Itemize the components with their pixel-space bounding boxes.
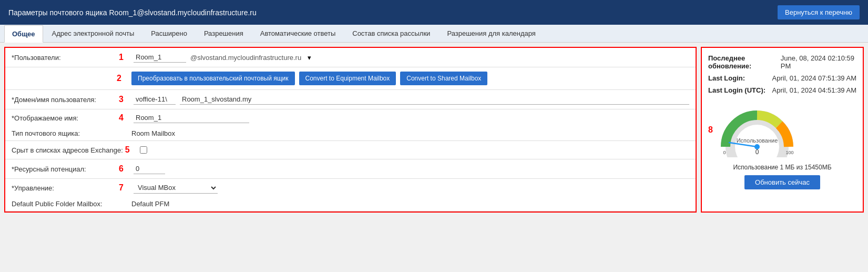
domain-username-input[interactable] bbox=[180, 94, 689, 105]
domain-label: *Домен/имя пользователя: bbox=[12, 96, 117, 104]
username-input[interactable] bbox=[134, 52, 186, 63]
section-4-mailbox-type: Тип почтового ящика: Room Mailbox bbox=[5, 126, 696, 140]
section-4-group: *Отображаемое имя: 4 Тип почтового ящика… bbox=[5, 109, 696, 141]
mailbox-type-label: Тип почтового ящика: bbox=[12, 129, 117, 137]
section-7-management: *Управление: 7 Visual MBox bbox=[5, 179, 696, 197]
hide-checkbox[interactable] bbox=[140, 146, 147, 154]
tab-email-address[interactable]: Адрес электронной почты bbox=[44, 25, 142, 42]
convert-shared-mailbox-button[interactable]: Convert to Shared Mailbox bbox=[400, 72, 487, 85]
users-label: *Пользователи: bbox=[12, 54, 117, 62]
pfm-label: Default Public Folder Mailbox: bbox=[12, 200, 117, 208]
section-7-group: *Управление: 7 Visual MBox Default Publi… bbox=[5, 179, 696, 211]
capacity-label: *Ресурсный потенциал: bbox=[12, 165, 117, 173]
main-content: *Пользователи: 1 @slvostand.mycloudinfra… bbox=[0, 43, 868, 217]
mailbox-type-value: Room Mailbox bbox=[131, 129, 175, 137]
page-title: Параметры почтового ящика Room_1@slvosta… bbox=[8, 8, 257, 17]
section-2-number: 2 bbox=[117, 74, 127, 83]
usage-text: Использование 1 МБ из 15450МБ bbox=[708, 164, 856, 171]
display-name-content bbox=[134, 113, 689, 123]
section-4-display-name: *Отображаемое имя: 4 bbox=[5, 109, 696, 126]
convert-equipment-mailbox-button[interactable]: Convert to Equipment Mailbox bbox=[299, 72, 396, 85]
hide-label: Срыт в списках адресов Exchange: bbox=[12, 146, 123, 154]
section-1-users: *Пользователи: 1 @slvostand.mycloudinfra… bbox=[5, 48, 696, 67]
top-bar: Параметры почтового ящика Room_1@slvosta… bbox=[0, 0, 868, 25]
last-update-row: Последнее обновление: June, 08, 2024 02:… bbox=[708, 54, 856, 70]
display-name-label: *Отображаемое имя: bbox=[12, 114, 117, 122]
svg-text:0: 0 bbox=[723, 150, 726, 155]
last-update-label: Последнее обновление: bbox=[708, 54, 781, 70]
at-domain-text: @slvostand.mycloudinfrastructure.ru bbox=[190, 54, 301, 62]
tab-auto-replies[interactable]: Автоматические ответы bbox=[252, 25, 343, 42]
last-login-utc-label: Last Login (UTC): bbox=[708, 86, 765, 94]
management-label: *Управление: bbox=[12, 184, 117, 192]
last-login-value: April, 01, 2024 07:51:39 AM bbox=[772, 74, 856, 82]
section-7-number: 7 bbox=[119, 183, 129, 193]
section-1-number: 1 bbox=[119, 53, 129, 62]
last-login-utc-value: April, 01, 2024 04:51:39 AM bbox=[772, 86, 856, 94]
section-8-number: 8 bbox=[708, 125, 713, 135]
refresh-button[interactable]: Обновить сейчас bbox=[744, 175, 820, 189]
last-login-label: Last Login: bbox=[708, 74, 745, 82]
last-login-row: Last Login: April, 01, 2024 07:51:39 AM bbox=[708, 74, 856, 82]
last-login-utc-row: Last Login (UTC): April, 01, 2024 04:51:… bbox=[708, 86, 856, 94]
tab-permissions[interactable]: Разрешения bbox=[196, 25, 251, 42]
svg-text:100: 100 bbox=[785, 150, 793, 155]
section-3-domain: *Домен/имя пользователя: 3 bbox=[5, 90, 696, 109]
domain-input[interactable] bbox=[134, 94, 176, 105]
display-name-input[interactable] bbox=[134, 113, 249, 123]
section-5-hide: Срыт в списках адресов Exchange: 5 bbox=[5, 141, 696, 159]
management-select[interactable]: Visual MBox bbox=[134, 182, 218, 194]
tab-mailing-list[interactable]: Состав списка рассылки bbox=[344, 25, 438, 42]
last-update-value: June, 08, 2024 02:10:59 PM bbox=[781, 54, 856, 70]
tab-bar: Общее Адрес электронной почты Расширено … bbox=[0, 25, 868, 43]
svg-text:0: 0 bbox=[755, 148, 759, 156]
section-2-buttons: 2 Преобразовать в пользовательский почто… bbox=[5, 67, 696, 90]
users-field-content: @slvostand.mycloudinfrastructure.ru ▾ bbox=[134, 52, 689, 63]
convert-user-mailbox-button[interactable]: Преобразовать в пользовательский почтовы… bbox=[131, 72, 295, 85]
section-6-capacity: *Ресурсный потенциал: 6 bbox=[5, 159, 696, 179]
back-button[interactable]: Вернуться к перечню bbox=[778, 5, 860, 19]
domain-field-content bbox=[134, 94, 689, 105]
right-panel: Последнее обновление: June, 08, 2024 02:… bbox=[701, 47, 864, 213]
capacity-input[interactable] bbox=[134, 164, 165, 174]
gauge-svg: Использование 0 100 0 bbox=[715, 105, 799, 157]
section-3-number: 3 bbox=[119, 95, 129, 104]
pfm-value: Default PFM bbox=[131, 200, 169, 208]
section-7-pfm: Default Public Folder Mailbox: Default P… bbox=[5, 197, 696, 211]
tab-calendar-permissions[interactable]: Разрешения для календаря bbox=[439, 25, 543, 42]
hide-field-content bbox=[140, 146, 689, 154]
section-5-number: 5 bbox=[125, 145, 136, 155]
gauge-container: Использование 0 100 0 bbox=[715, 105, 799, 157]
tab-general[interactable]: Общее bbox=[4, 25, 43, 43]
section-6-number: 6 bbox=[119, 164, 129, 174]
section-4-number: 4 bbox=[119, 113, 129, 123]
management-content: Visual MBox bbox=[134, 182, 689, 194]
left-panel: *Пользователи: 1 @slvostand.mycloudinfra… bbox=[4, 47, 697, 213]
svg-text:Использование: Использование bbox=[737, 137, 778, 144]
tab-advanced[interactable]: Расширено bbox=[143, 25, 195, 42]
action-buttons: Преобразовать в пользовательский почтовы… bbox=[131, 72, 689, 85]
capacity-field-content bbox=[134, 164, 689, 174]
dropdown-arrow-icon[interactable]: ▾ bbox=[308, 54, 311, 62]
